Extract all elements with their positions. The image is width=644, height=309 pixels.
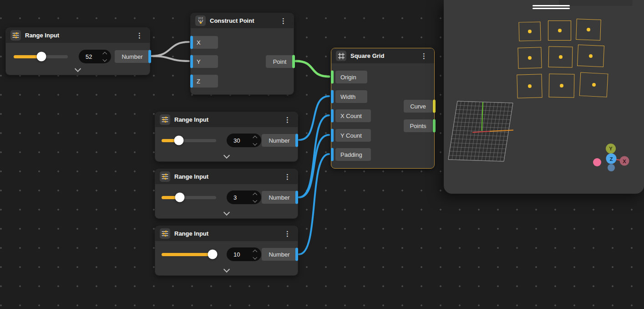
slider-knob[interactable]: [175, 193, 184, 202]
port-label: Curve: [410, 103, 426, 110]
z-connector[interactable]: [190, 75, 193, 88]
node-header[interactable]: Square Grid ⋮: [331, 48, 434, 63]
output-port-point[interactable]: Point: [266, 55, 294, 68]
output-port-points[interactable]: Points: [404, 119, 432, 132]
value-input[interactable]: 3: [227, 191, 261, 204]
node-title: Range Input: [25, 32, 59, 39]
input-port-y-count[interactable]: Y Count: [335, 129, 371, 142]
gizmo-neg-x-axis[interactable]: [593, 158, 601, 166]
collapse-chevron-icon[interactable]: [224, 210, 229, 215]
stepper-buttons[interactable]: [254, 250, 257, 258]
y-connector[interactable]: [190, 55, 193, 68]
node-range-input-3[interactable]: Range Input ⋮ 3 Number: [155, 169, 298, 219]
number-connector[interactable]: [295, 134, 298, 147]
node-editor-canvas[interactable]: Range Input ⋮ 52 Number XYZ Constru: [0, 0, 644, 309]
grid-point: [592, 83, 595, 87]
value-input[interactable]: 52: [79, 50, 111, 63]
kebab-menu-icon[interactable]: ⋮: [282, 172, 293, 181]
gizmo-x-axis[interactable]: X: [620, 156, 629, 166]
output-port-number[interactable]: Number: [262, 191, 297, 204]
grid-point: [589, 54, 593, 57]
kebab-menu-icon[interactable]: ⋮: [282, 229, 293, 238]
stepper-buttons[interactable]: [103, 52, 106, 61]
curve-connector[interactable]: [433, 100, 436, 113]
collapse-chevron-icon[interactable]: [76, 67, 80, 71]
port-label: Padding: [340, 151, 362, 158]
node-construct-point[interactable]: XYZ Construct Point ⋮ X Y Z Point: [190, 13, 294, 95]
origin-connector[interactable]: [331, 71, 334, 84]
node-header[interactable]: XYZ Construct Point ⋮: [191, 13, 294, 28]
port-label: Number: [269, 251, 289, 258]
stepper-buttons[interactable]: [254, 136, 257, 144]
x-count-connector[interactable]: [331, 109, 334, 123]
input-port-width[interactable]: Width: [335, 90, 367, 103]
input-port-x-count[interactable]: X Count: [335, 109, 371, 122]
wire[interactable]: [299, 135, 329, 197]
value-input[interactable]: 10: [227, 247, 261, 261]
gizmo-z-axis[interactable]: Z: [606, 154, 617, 164]
input-port-x[interactable]: X: [192, 36, 218, 49]
number-connector[interactable]: [295, 248, 298, 261]
port-label: Number: [269, 194, 289, 201]
viewport-panel[interactable]: Y Z X: [444, 0, 644, 194]
input-port-z[interactable]: Z: [192, 75, 218, 88]
node-header[interactable]: Range Input ⋮: [155, 169, 298, 184]
output-port-number[interactable]: Number: [262, 248, 297, 261]
node-range-input-4[interactable]: Range Input ⋮ 10 Number: [155, 226, 298, 276]
port-label: Points: [410, 123, 426, 129]
port-label: Point: [273, 58, 287, 65]
node-range-input-2[interactable]: Range Input ⋮ 30 Number: [155, 112, 298, 162]
input-port-origin[interactable]: Origin: [335, 71, 367, 83]
kebab-menu-icon[interactable]: ⋮: [278, 16, 289, 25]
node-title: Range Input: [174, 230, 208, 237]
padding-connector[interactable]: [331, 148, 334, 161]
grid-square: [577, 45, 604, 67]
number-connector[interactable]: [295, 191, 298, 204]
input-port-padding[interactable]: Padding: [335, 148, 371, 161]
scene-3d: Y Z X: [444, 0, 644, 194]
grid-square: [549, 74, 575, 98]
wire[interactable]: [296, 61, 329, 77]
input-port-y[interactable]: Y: [192, 55, 218, 68]
point-connector[interactable]: [292, 55, 295, 68]
kebab-menu-icon[interactable]: ⋮: [282, 115, 293, 124]
ground-grid: [444, 98, 521, 167]
panel-drag-handle-icon[interactable]: [532, 5, 570, 10]
node-square-grid[interactable]: Square Grid ⋮ Origin Width X Count Y Cou…: [331, 48, 435, 169]
node-header[interactable]: Range Input ⋮: [6, 28, 150, 43]
node-range-input-1[interactable]: Range Input ⋮ 52 Number: [5, 27, 150, 75]
collapse-chevron-icon[interactable]: [224, 153, 229, 158]
grid-point: [527, 84, 531, 88]
stepper-buttons[interactable]: [254, 193, 257, 201]
output-port-number[interactable]: Number: [115, 50, 150, 63]
x-connector[interactable]: [190, 36, 193, 49]
wire[interactable]: [152, 42, 189, 56]
slider-knob[interactable]: [174, 136, 184, 145]
output-port-curve[interactable]: Curve: [404, 100, 432, 113]
output-port-number[interactable]: Number: [262, 134, 297, 147]
kebab-menu-icon[interactable]: ⋮: [418, 52, 430, 60]
slider-knob[interactable]: [208, 250, 217, 259]
range-slider[interactable]: [14, 55, 68, 58]
value-input[interactable]: 30: [227, 134, 261, 147]
wire[interactable]: [152, 56, 189, 61]
collapse-chevron-icon[interactable]: [224, 267, 229, 272]
node-header[interactable]: Range Input ⋮: [155, 112, 298, 127]
value-text: 30: [233, 137, 240, 144]
node-header[interactable]: Range Input ⋮: [155, 226, 298, 241]
gizmo-y-axis[interactable]: Y: [606, 144, 616, 154]
range-slider[interactable]: [162, 253, 216, 256]
range-slider[interactable]: [162, 196, 216, 199]
slider-knob[interactable]: [36, 52, 46, 62]
port-label: Width: [340, 93, 355, 100]
range-slider[interactable]: [162, 139, 216, 142]
node-title: Range Input: [174, 173, 208, 180]
width-connector[interactable]: [331, 90, 334, 103]
number-connector[interactable]: [148, 50, 151, 63]
kebab-menu-icon[interactable]: ⋮: [134, 31, 145, 40]
range-input-icon: [160, 114, 170, 125]
points-connector[interactable]: [433, 119, 436, 133]
grid-point: [587, 28, 590, 31]
y-count-connector[interactable]: [331, 129, 334, 142]
svg-text:XYZ: XYZ: [198, 17, 203, 20]
